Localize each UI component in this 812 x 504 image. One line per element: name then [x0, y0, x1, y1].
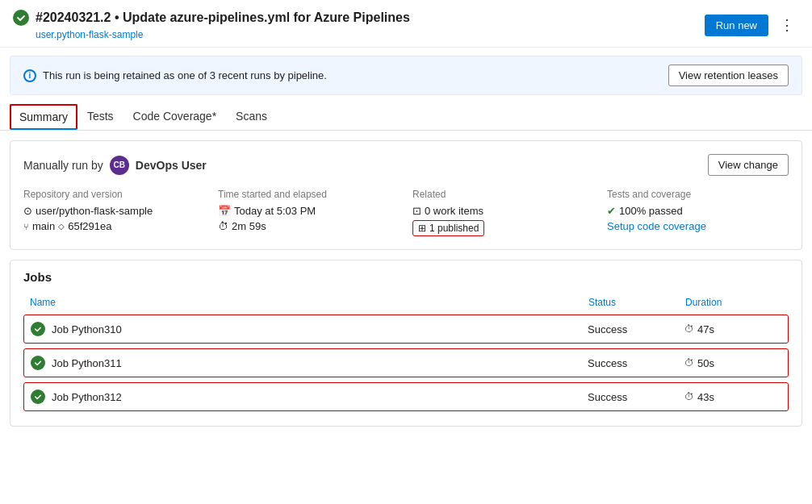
tab-summary[interactable]: Summary: [10, 104, 77, 130]
repo-name-value: ⊙ user/python-flask-sample: [23, 205, 205, 217]
job-duration: ⏱ 43s: [684, 391, 781, 403]
job-name: Job Python310: [52, 323, 122, 335]
meta-related: Related ⊡ 0 work items ⊞ 1 published: [412, 189, 594, 236]
banner-text: This run is being retained as one of 3 r…: [43, 69, 327, 81]
col-name-header: Name: [30, 297, 588, 308]
tabs-bar: Summary Tests Code Coverage* Scans: [0, 103, 812, 131]
tab-code-coverage[interactable]: Code Coverage*: [123, 103, 227, 131]
status-success-icon: [13, 10, 29, 26]
setup-coverage-link[interactable]: Setup code coverage: [607, 220, 789, 232]
branch-icon: ⑂: [23, 222, 29, 231]
tab-scans[interactable]: Scans: [226, 103, 277, 131]
job-name-cell: Job Python312: [31, 389, 588, 404]
job-name-cell: Job Python311: [31, 356, 588, 370]
job-status: Success: [588, 323, 684, 335]
header-subtitle: user.python-flask-sample: [36, 29, 410, 40]
work-items-value: ⊡ 0 work items: [412, 205, 594, 217]
github-icon: ⊙: [23, 205, 32, 217]
summary-card: Manually run by CB DevOps User View chan…: [10, 140, 802, 250]
branch-commit-value: ⑂ main ◇ 65f291ea: [23, 220, 205, 232]
meta-tests: Tests and coverage ✔ 100% passed Setup c…: [607, 189, 789, 236]
published-badge[interactable]: ⊞ 1 published: [412, 220, 484, 236]
artifact-icon: ⊞: [418, 223, 426, 234]
col-status-header: Status: [588, 297, 685, 308]
view-retention-leases-button[interactable]: View retention leases: [668, 65, 789, 86]
tests-section-label: Tests and coverage: [607, 189, 789, 200]
page-header: #20240321.2 • Update azure-pipelines.yml…: [0, 0, 812, 48]
job-status: Success: [588, 391, 684, 403]
clock-icon-job: ⏱: [684, 357, 694, 369]
job-duration: ⏱ 47s: [684, 323, 781, 335]
header-actions: Run new ⋮: [705, 13, 799, 37]
table-row[interactable]: Job Python311 Success ⏱ 50s: [23, 348, 789, 377]
table-row[interactable]: Job Python310 Success ⏱ 47s: [23, 314, 789, 344]
info-icon: i: [23, 69, 36, 82]
clock-icon-job: ⏱: [684, 323, 694, 335]
related-section-label: Related: [412, 189, 594, 200]
clock-icon-meta: ⏱: [218, 220, 228, 232]
job-name: Job Python311: [52, 357, 122, 369]
job-status: Success: [588, 357, 684, 369]
jobs-title: Jobs: [23, 270, 789, 284]
calendar-icon: 📅: [218, 205, 231, 217]
manually-run-left: Manually run by CB DevOps User: [23, 156, 207, 175]
meta-time: Time started and elapsed 📅 Today at 5:03…: [218, 189, 400, 236]
clock-icon-job: ⏱: [684, 391, 694, 402]
job-name-cell: Job Python310: [31, 322, 588, 336]
run-new-button[interactable]: Run new: [705, 15, 768, 36]
tests-passed-value: ✔ 100% passed: [607, 205, 789, 217]
page-title: #20240321.2 • Update azure-pipelines.yml…: [36, 10, 410, 25]
job-success-icon: [31, 389, 45, 404]
meta-repo: Repository and version ⊙ user/python-fla…: [23, 189, 205, 236]
jobs-card: Jobs Name Status Duration Job Python310 …: [10, 260, 802, 427]
commit-diamond-icon: ◇: [58, 222, 65, 231]
retention-banner: i This run is being retained as one of 3…: [10, 56, 802, 95]
title-row: #20240321.2 • Update azure-pipelines.yml…: [13, 10, 410, 26]
view-change-button[interactable]: View change: [708, 154, 789, 176]
repo-link[interactable]: user.python-flask-sample: [36, 29, 143, 40]
job-duration: ⏱ 50s: [684, 357, 781, 369]
header-left: #20240321.2 • Update azure-pipelines.yml…: [13, 10, 410, 40]
meta-grid: Repository and version ⊙ user/python-fla…: [23, 189, 789, 236]
work-items-icon: ⊡: [412, 205, 421, 217]
job-success-icon: [31, 322, 45, 336]
manually-run-label: Manually run by: [23, 159, 103, 172]
job-success-icon: [31, 356, 45, 370]
manually-run-row: Manually run by CB DevOps User View chan…: [23, 154, 789, 176]
check-icon: ✔: [607, 205, 616, 217]
job-name: Job Python312: [52, 391, 122, 403]
avatar: CB: [110, 156, 129, 175]
tab-tests[interactable]: Tests: [77, 103, 123, 131]
time-started-value: 📅 Today at 5:03 PM: [218, 205, 400, 217]
elapsed-value: ⏱ 2m 59s: [218, 220, 400, 232]
table-row[interactable]: Job Python312 Success ⏱ 43s: [23, 382, 789, 411]
jobs-table-header: Name Status Duration: [23, 294, 789, 311]
time-section-label: Time started and elapsed: [218, 189, 400, 200]
more-options-button[interactable]: ⋮: [775, 13, 799, 37]
banner-left: i This run is being retained as one of 3…: [23, 69, 327, 82]
user-name: DevOps User: [136, 159, 207, 172]
col-duration-header: Duration: [685, 297, 782, 308]
repo-section-label: Repository and version: [23, 189, 205, 200]
